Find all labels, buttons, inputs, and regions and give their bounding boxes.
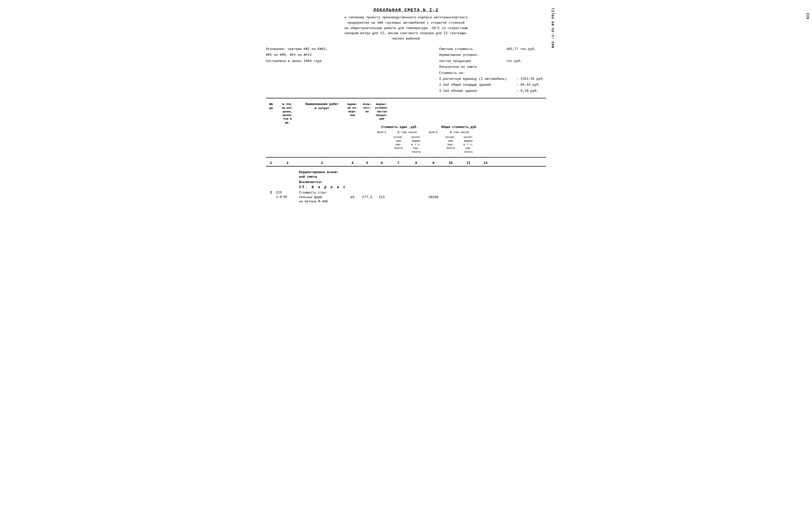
subtitle-line3: на общестроительные работы для температу…	[344, 26, 468, 30]
th-osnzarp1: основ-наязар-плата	[389, 135, 407, 154]
subtitle: к типовому проекту производственного кор…	[266, 15, 546, 42]
indicator-value1: – I552,55 руб.	[517, 76, 544, 82]
side-label: 803 –1-33.85 УП(I)	[551, 8, 555, 48]
smet-stoimost-value: 465,77 тнс.руб.	[506, 46, 536, 52]
th-osnzarp2: основ-наязар-плата	[442, 135, 460, 154]
table-header-row3: основ-наязар-плата экспл.машинв т.ч.зар-…	[266, 135, 546, 154]
col-num-7: 7	[389, 161, 407, 165]
col-num-12: I2	[477, 161, 494, 165]
data-section: Корректировка основ-ной сметы Исключаетс…	[266, 168, 546, 205]
row1-col3: Стоимость стро-пильных фермиз бетона М-4…	[299, 191, 345, 204]
th-vsego2: Всего	[425, 130, 442, 134]
isklyuchaetsya-row: Исключается:	[266, 180, 546, 185]
subtitle-line1: к типовому проекту производственного кор…	[344, 16, 468, 19]
smet-stoimost-label: Сметная стоимость	[439, 46, 505, 52]
stoimost-row: Стоимость на:	[439, 70, 546, 76]
col-num-9: 9	[425, 161, 442, 165]
isklyuchaetsya-text: Исключается:	[299, 180, 546, 184]
smet-stoimost-row: Сметная стоимость 465,77 тнс.руб.	[439, 46, 546, 52]
col-num-11: II	[460, 161, 477, 165]
col-num-4: 4	[345, 161, 360, 165]
title-section: ЛОКАЛЬНАЯ СМЕТА № I-2 к типовому проекту…	[266, 8, 546, 42]
indicator-row1: I.расчетную единицу (I автомобиль) – I55…	[439, 76, 546, 82]
pokaz-label: Показатели по смете	[439, 64, 505, 70]
th-ekspl2: экспл.машинв т.ч.зар-плата	[460, 135, 477, 154]
row1-col1: I	[266, 191, 276, 194]
main-title: ЛОКАЛЬНАЯ СМЕТА № I-2	[266, 8, 546, 12]
th-vtom1: В том числе	[389, 130, 425, 134]
row1-col6: II5	[374, 191, 389, 199]
th-vtom2: В том числе	[442, 130, 477, 134]
col-num-5: 5	[360, 161, 374, 165]
stoimost-label: Стоимость на:	[439, 70, 505, 76]
mid-divider	[266, 157, 546, 158]
th-col5: Коли-чест-во	[360, 102, 374, 125]
indicator-value3: – 9,29 руб.	[517, 88, 539, 94]
norm-label1: Нормативная условно-	[439, 52, 505, 58]
th-col12: Норmat.условно-чистаяпродук-ция	[374, 102, 389, 125]
subtitle-line5: ческих районов	[392, 37, 420, 41]
subtitle-line4: напором ветра для II, весом снегового по…	[344, 31, 468, 35]
info-section: Основание: чертежи КЖI по КЖ62, КМI по К…	[266, 46, 546, 94]
norm-row2: чистая продукция тнс.руб.	[439, 58, 546, 64]
th-vsego1: Всего	[374, 130, 389, 134]
karkas-heading-row: IY. К а р к а с	[266, 185, 546, 190]
pokaz-row: Показатели по смете	[439, 64, 546, 70]
indicator-label3: 3.Iм3 объема здания	[439, 88, 516, 94]
page-number: II5	[806, 13, 809, 19]
table-header-row2: Всего В том числе Всего В том числе	[266, 130, 546, 135]
left-info-line3: Составлена в ценах I984 года	[266, 58, 327, 64]
row1-col2: ССПп.8-80	[276, 191, 299, 199]
left-info-line2: КМI по КМ5, API по API2	[266, 52, 327, 58]
th-stoimost-header: Стоимость един.,руб.	[374, 125, 425, 130]
row1-col9: 20390	[425, 191, 442, 199]
th-col3: Наименование работи затрат	[299, 102, 345, 125]
col-num-2: 2	[276, 161, 299, 165]
col-num-3: 3	[299, 161, 345, 165]
col-num-1: I	[266, 161, 276, 165]
section-heading-text: Корректировка основ-ной сметы	[299, 170, 546, 179]
page-container: 803 –1-33.85 УП(I) ЛОКАЛЬНАЯ СМЕТА № I-2…	[266, 8, 546, 205]
indicator-row3: 3.Iм3 объема здания – 9,29 руб.	[439, 88, 546, 94]
section-heading-row: Корректировка основ-ной сметы	[266, 168, 546, 180]
th-col2: № УСН,ед.рас-ценок,ценни-ков идр.	[276, 102, 299, 125]
left-info-line1: Основание: чертежи КЖI по КЖ62,	[266, 46, 327, 52]
karkas-text: IY. К а р к а с	[299, 185, 546, 189]
table-header-row1: №№шп № УСН,ед.рас-ценок,ценни-ков идр. Н…	[266, 101, 546, 130]
norm-value: тнс.руб.	[506, 58, 522, 64]
right-info: Сметная стоимость 465,77 тнс.руб. Нормат…	[439, 46, 546, 94]
col-numbers-row: I 2 3 4 5 6 7 8 9 IO II I2	[266, 160, 546, 166]
indicator-label1: I.расчетную единицу (I автомобиль)	[439, 76, 516, 82]
subtitle-line2: предприятия на 300 грузовых автомобилей …	[347, 21, 465, 25]
indicator-value2: – 85,44 руб.	[517, 82, 541, 88]
col-num-8: 8	[407, 161, 425, 165]
th-col4: Едини-ца из-мере-ния	[345, 102, 360, 125]
indicator-row2: 2.Iм2 общей площади зданий – 85,44 руб.	[439, 82, 546, 88]
col-num-6: 6	[374, 161, 389, 165]
col-num-13	[494, 161, 514, 165]
indicator-label2: 2.Iм2 общей площади зданий	[439, 82, 516, 88]
col-num-10: IO	[442, 161, 460, 165]
row1-col5: I77,3	[360, 191, 374, 199]
norm-label2: чистая продукция	[439, 58, 505, 64]
th-col1: №№шп	[266, 102, 276, 125]
top-divider	[266, 98, 546, 99]
row1-col4: м3	[345, 191, 360, 199]
norm-row1: Нормативная условно-	[439, 52, 546, 58]
left-info: Основание: чертежи КЖI по КЖ62, КМI по К…	[266, 46, 327, 64]
th-obsh-header: Общая стоимость,руб.	[425, 125, 494, 130]
th-ekspl1: экспл.машинв т.ч.зар-плата	[407, 135, 425, 154]
table-row-1: I ССПп.8-80 Стоимость стро-пильных ферми…	[266, 190, 546, 205]
